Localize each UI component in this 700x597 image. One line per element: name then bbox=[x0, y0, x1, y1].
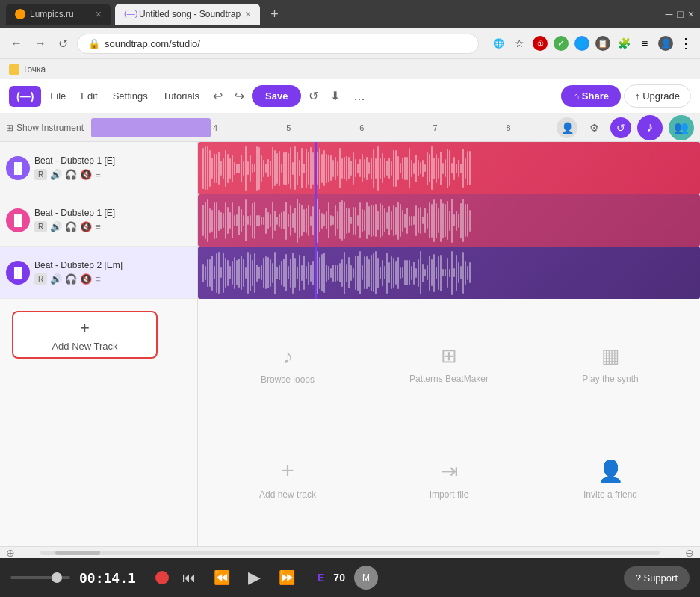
metro-button[interactable]: M bbox=[354, 566, 378, 590]
upgrade-button[interactable]: ↑ Upgrade bbox=[624, 84, 691, 108]
loop-icon[interactable]: ↺ bbox=[610, 117, 631, 138]
option-import[interactable]: ⇥ Import file bbox=[371, 426, 527, 535]
ext4-icon[interactable]: 📋 bbox=[595, 36, 610, 51]
track-3-icon[interactable]: ▐▌ bbox=[6, 261, 30, 285]
logo-button[interactable]: (—) bbox=[9, 86, 41, 107]
maximize-button[interactable]: □ bbox=[677, 8, 683, 20]
track-1-vol-icon[interactable]: 🔊 bbox=[50, 169, 62, 180]
ext2-icon[interactable]: ✓ bbox=[554, 36, 569, 51]
track-2-vol-icon[interactable]: 🔊 bbox=[50, 221, 62, 232]
bookmark-tochka[interactable]: Точка bbox=[9, 64, 46, 75]
scrollbar-track[interactable] bbox=[40, 551, 660, 555]
track-3-mute-icon[interactable]: 🔇 bbox=[80, 273, 92, 285]
volume-knob[interactable] bbox=[52, 572, 62, 583]
show-instrument-button[interactable]: ⊞ Show Instrument bbox=[6, 123, 84, 133]
option-add-track[interactable]: + Add new track bbox=[210, 426, 365, 535]
bookmark-label: Точка bbox=[22, 64, 46, 75]
track-1-mute-icon[interactable]: 🔇 bbox=[80, 169, 92, 180]
tab-soundtrap[interactable]: (—) Untitled song - Soundtrap × bbox=[115, 4, 260, 25]
settings-icon[interactable]: ⚙ bbox=[583, 117, 604, 138]
track-1-icon[interactable]: ▐▌ bbox=[6, 156, 30, 180]
import-icon: ⇥ bbox=[441, 459, 458, 483]
ruler-7: 7 bbox=[433, 123, 437, 132]
option-play-synth[interactable]: ▦ Play the synth bbox=[533, 311, 688, 420]
redo-button[interactable]: ↪ bbox=[230, 86, 249, 106]
rewind-button[interactable]: ⏪ bbox=[209, 566, 235, 589]
menu-settings[interactable]: Settings bbox=[107, 87, 154, 105]
back-button[interactable]: ← bbox=[7, 34, 25, 53]
browse-loops-icon: ♪ bbox=[282, 344, 293, 368]
undo-button[interactable]: ↩ bbox=[208, 86, 227, 106]
support-button[interactable]: ? Support bbox=[624, 566, 690, 590]
track-3-waveform[interactable]: for(let i=0;i<120;i++){document.write('<… bbox=[198, 247, 700, 299]
tab-lumpics[interactable]: Lumpics.ru × bbox=[6, 4, 111, 25]
add-track-area: + Add New Track ♪ Browse loops ⊞ Pattern… bbox=[0, 299, 700, 546]
url-text: soundtrap.com/studio/ bbox=[105, 38, 200, 49]
track-2-icon[interactable]: ▐▌ bbox=[6, 208, 30, 232]
option-invite[interactable]: 👤 Invite a friend bbox=[533, 426, 688, 535]
scrollbar-area: ⊕ ⊖ bbox=[0, 546, 700, 558]
track-1-name: Beat - Dubstep 1 [E] bbox=[34, 155, 191, 166]
track-2-more-icon[interactable]: ≡ bbox=[95, 221, 101, 232]
forward-button[interactable]: → bbox=[31, 34, 49, 53]
track-2-mute-icon[interactable]: 🔇 bbox=[80, 221, 92, 232]
translate-icon[interactable]: 🌐 bbox=[491, 36, 506, 51]
volume-slider[interactable] bbox=[10, 576, 70, 579]
app: (—) File Edit Settings Tutorials ↩ ↪ Sav… bbox=[0, 79, 700, 597]
track-2-waveform[interactable]: for(let i=0;i<120;i++){document.write('<… bbox=[198, 194, 700, 247]
url-bar[interactable]: 🔒 soundtrap.com/studio/ bbox=[77, 34, 479, 54]
add-track-panel: + Add New Track bbox=[0, 299, 198, 546]
zoom-out-btn[interactable]: ⊖ bbox=[682, 547, 697, 559]
profile-icon[interactable]: 👤 bbox=[658, 36, 673, 51]
menu-edit[interactable]: Edit bbox=[75, 87, 103, 105]
save-button[interactable]: Save bbox=[252, 85, 301, 107]
history-button[interactable]: ↺ bbox=[304, 86, 323, 106]
close-button[interactable]: × bbox=[688, 8, 694, 20]
play-button[interactable]: ▶ bbox=[244, 565, 265, 590]
track-1-r-btn[interactable]: R bbox=[34, 169, 47, 180]
music-icon[interactable]: ♪ bbox=[637, 115, 663, 140]
track-3-more-icon[interactable]: ≡ bbox=[95, 273, 101, 285]
minimize-button[interactable]: ─ bbox=[665, 8, 672, 20]
tracks-area: ▐▌ Beat - Dubstep 1 [E] R 🔊 🎧 🔇 ≡ bbox=[0, 142, 700, 546]
track-3-r-btn[interactable]: R bbox=[34, 273, 47, 285]
ext6-icon[interactable]: ≡ bbox=[637, 36, 652, 51]
collab2-icon[interactable]: 👥 bbox=[669, 115, 694, 140]
key-display: E bbox=[318, 572, 324, 584]
track-1-waveform[interactable]: for(let i=0;i<120;i++){document.write('<… bbox=[198, 142, 700, 194]
ext3-icon[interactable]: 🌐 bbox=[574, 36, 589, 51]
record-button[interactable] bbox=[155, 571, 169, 584]
menu-tutorials[interactable]: Tutorials bbox=[157, 87, 205, 105]
track-1-headphone-icon[interactable]: 🎧 bbox=[65, 169, 77, 180]
scrollbar-thumb[interactable] bbox=[55, 551, 100, 555]
track-2-r-btn[interactable]: R bbox=[34, 221, 47, 232]
reload-button[interactable]: ↺ bbox=[55, 34, 71, 54]
lumpics-favicon bbox=[15, 9, 25, 19]
ext1-icon[interactable]: ① bbox=[533, 36, 548, 51]
ruler-5: 5 bbox=[286, 123, 291, 132]
track-3-vol-icon[interactable]: 🔊 bbox=[50, 273, 62, 285]
share-button[interactable]: ⌂ Share bbox=[561, 85, 621, 107]
download-button[interactable]: ⬇ bbox=[326, 86, 344, 106]
track-3-headphone-icon[interactable]: 🎧 bbox=[65, 273, 77, 285]
option-browse-loops[interactable]: ♪ Browse loops bbox=[210, 311, 365, 420]
new-tab-button[interactable]: + bbox=[264, 4, 285, 25]
bookmark-star-icon[interactable]: ☆ bbox=[512, 36, 527, 51]
track-2-headphone-icon[interactable]: 🎧 bbox=[65, 221, 77, 232]
menu-file[interactable]: File bbox=[44, 87, 72, 105]
playhead-3 bbox=[315, 247, 317, 299]
add-new-track-button[interactable]: + Add New Track bbox=[12, 311, 158, 359]
track-1-more-icon[interactable]: ≡ bbox=[95, 169, 101, 180]
more-button[interactable]: ... bbox=[347, 85, 371, 107]
skip-start-button[interactable]: ⏮ bbox=[178, 567, 200, 589]
track-3-meta: Beat - Dubstep 2 [Em] R 🔊 🎧 🔇 ≡ bbox=[34, 260, 191, 285]
fast-forward-button[interactable]: ⏩ bbox=[274, 566, 300, 589]
option-patterns[interactable]: ⊞ Patterns BeatMaker bbox=[371, 311, 527, 420]
track-2-meta: Beat - Dubstep 1 [E] R 🔊 🎧 🔇 ≡ bbox=[34, 208, 191, 232]
ext5-icon[interactable]: 🧩 bbox=[616, 36, 631, 51]
tab-lumpics-close[interactable]: × bbox=[96, 8, 102, 20]
tab-soundtrap-close[interactable]: × bbox=[245, 8, 251, 20]
zoom-in-btn[interactable]: ⊕ bbox=[3, 547, 18, 559]
menu-icon[interactable]: ⋮ bbox=[679, 35, 693, 52]
collab-icon[interactable]: 👤 bbox=[557, 117, 577, 138]
